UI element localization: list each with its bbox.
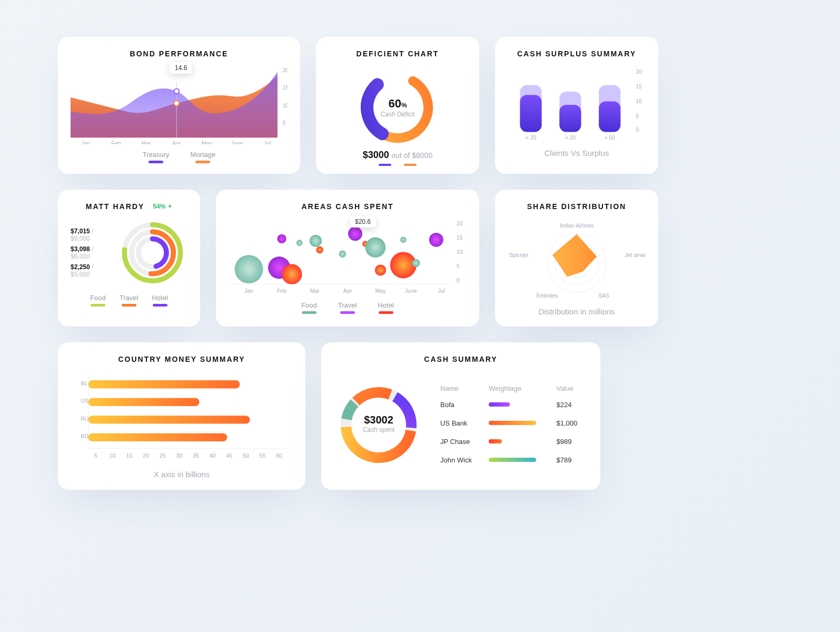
svg-text:June: June (231, 140, 243, 144)
card-title: COUNTRY MONEY SUMMARY (71, 355, 293, 363)
svg-text:Jan: Jan (244, 288, 253, 294)
svg-text:0: 0 (457, 277, 460, 283)
bond-xticks: Jan Feb Mar Apr May June Jul (81, 140, 271, 144)
svg-text:BG: BG (81, 433, 88, 439)
share-radar: Indian Airlines Jet airways SAS Emirates… (508, 218, 646, 303)
svg-text:20: 20 (636, 69, 642, 75)
legend-travel[interactable]: Travel (338, 301, 357, 314)
country-caption: X axis in billions (71, 470, 293, 479)
svg-text:55: 55 (260, 452, 266, 459)
svg-text:10: 10 (282, 102, 288, 108)
svg-text:Apr: Apr (172, 140, 181, 144)
svg-text:SAS: SAS (598, 293, 609, 299)
svg-point-48 (339, 251, 346, 258)
areas-tooltip: $20.6 (350, 216, 376, 228)
card-title: SHARE DISTRIBUTION (508, 202, 646, 211)
svg-text:Feb: Feb (277, 288, 286, 294)
svg-text:15: 15 (126, 452, 132, 459)
dashboard-grid: BOND PERFORMANCE 20 15 10 5 (58, 37, 785, 595)
card-share-distribution: SHARE DISTRIBUTION Indian Airlines Jet a… (495, 190, 658, 327)
svg-point-5 (174, 88, 179, 94)
svg-text:10: 10 (457, 249, 463, 255)
svg-rect-91 (88, 433, 228, 441)
svg-point-6 (174, 101, 179, 106)
card-surplus: CASH SURPLUS SUMMARY 20 15 10 5 0 < 20 (495, 37, 658, 174)
country-bars: IN US RU BG 5 10 15 20 25 30 35 40 45 (71, 371, 293, 466)
svg-text:15: 15 (282, 84, 288, 91)
svg-text:5: 5 (282, 120, 285, 126)
card-cash-summary: CASH SUMMARY $3002 Cash s (321, 342, 600, 490)
svg-point-54 (400, 237, 407, 243)
card-title: MATT HARDY (86, 202, 145, 211)
card-country-money: COUNTRY MONEY SUMMARY IN US RU BG (58, 342, 305, 490)
areas-legend: Food Travel Hotel (229, 301, 467, 314)
card-title: CASH SUMMARY (334, 355, 588, 363)
svg-text:60: 60 (276, 452, 282, 459)
legend-mortage[interactable]: Mortage (191, 151, 216, 163)
svg-text:< 20: < 20 (526, 135, 537, 141)
svg-text:5: 5 (94, 452, 97, 459)
svg-text:Feb: Feb (111, 140, 121, 144)
svg-text:10: 10 (110, 452, 116, 459)
card-deficient: DEFICIENT CHART 60% Cash Deficit $3000 o… (316, 37, 479, 174)
svg-text:25: 25 (160, 452, 166, 459)
svg-text:Jet airways: Jet airways (625, 252, 646, 258)
bond-tooltip: 14.6 (170, 62, 192, 74)
legend-hotel[interactable]: Hotel (152, 294, 167, 307)
svg-text:Jul: Jul (264, 140, 271, 144)
svg-point-55 (412, 259, 420, 267)
matt-radial (117, 216, 187, 290)
svg-rect-26 (599, 101, 620, 132)
bond-yticks: 20 15 10 5 (282, 67, 288, 126)
svg-text:15: 15 (457, 234, 463, 241)
svg-text:45: 45 (226, 452, 232, 459)
svg-text:May: May (375, 288, 387, 294)
card-title: CASH SURPLUS SUMMARY (508, 50, 646, 58)
card-title: BOND PERFORMANCE (71, 50, 288, 58)
svg-text:May: May (202, 140, 213, 144)
table-row: Bofa $224 (436, 396, 588, 414)
svg-text:5: 5 (457, 263, 460, 269)
legend-travel[interactable]: Travel (120, 294, 139, 307)
svg-rect-87 (88, 398, 200, 406)
svg-text:Jan: Jan (81, 140, 90, 144)
svg-text:June: June (405, 288, 417, 294)
svg-text:> 50: > 50 (605, 135, 616, 141)
bond-legend: Treasury Mortage (71, 151, 288, 163)
share-caption: Distribution in millions (508, 307, 646, 316)
svg-point-45 (297, 240, 303, 246)
svg-text:20: 20 (282, 67, 288, 73)
legend-hotel[interactable]: Hotel (378, 301, 393, 314)
bond-area-chart: 20 15 10 5 Jan Feb Mar Apr (71, 65, 288, 144)
svg-point-42 (277, 234, 286, 243)
svg-text:Mar: Mar (142, 140, 152, 144)
card-bond-performance: BOND PERFORMANCE 20 15 10 5 (58, 37, 300, 174)
card-title: DEFICIENT CHART (329, 50, 467, 58)
svg-text:RU: RU (81, 416, 88, 422)
svg-point-44 (282, 264, 302, 284)
matt-legend: Food Travel Hotel (71, 294, 187, 307)
svg-point-46 (310, 235, 322, 247)
svg-point-51 (365, 238, 386, 258)
table-row: JP Chase $989 (436, 432, 588, 451)
svg-text:Apr: Apr (343, 288, 352, 294)
legend-food[interactable]: Food (301, 301, 317, 314)
svg-text:5: 5 (636, 113, 639, 119)
svg-text:Jul: Jul (438, 288, 445, 294)
legend-food[interactable]: Food (90, 294, 106, 307)
areas-bubble-chart: 20 15 10 5 0 (229, 218, 467, 297)
svg-text:10: 10 (636, 98, 642, 104)
matt-values: $7,015 / $9,000 $3,098 / $6,000 $2,250 /… (71, 224, 112, 281)
cashsum-table: Name Weightage Value Bofa $224US Bank $1… (436, 381, 588, 469)
svg-text:> 20: > 20 (565, 135, 576, 141)
table-row: John Wick $789 (436, 451, 588, 469)
svg-rect-89 (88, 416, 250, 423)
deficient-center: 60% Cash Deficit (381, 97, 415, 118)
card-areas-cash-spent: AREAS CASH SPENT 20 15 10 5 0 (216, 190, 479, 327)
card-title: AREAS CASH SPENT (229, 202, 467, 211)
svg-point-47 (316, 246, 323, 253)
deficient-footer: $3000 out of $8000 (329, 150, 467, 166)
svg-rect-85 (88, 380, 240, 388)
table-row: US Bank $1,000 (436, 414, 588, 432)
legend-treasury[interactable]: Treasury (143, 151, 170, 163)
